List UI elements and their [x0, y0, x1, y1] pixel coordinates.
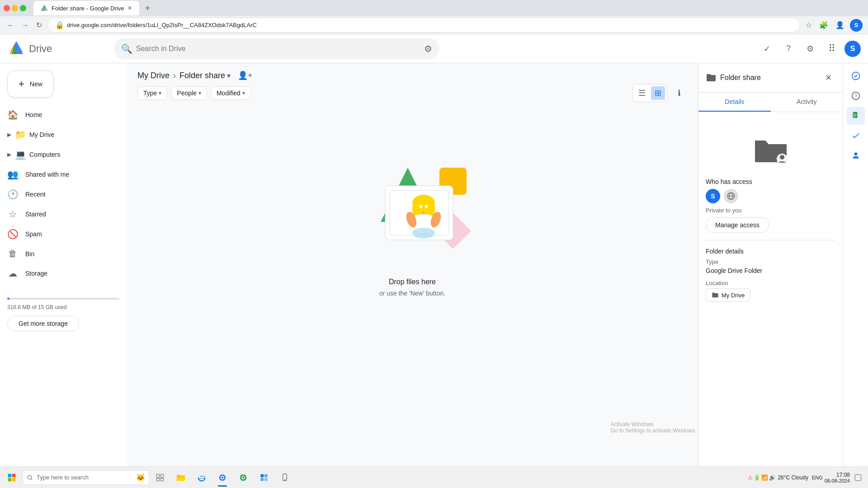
- share-folder-btn[interactable]: 👤+: [238, 70, 253, 80]
- storage-section: 318.6 MB of 15 GB used Get more storage: [0, 287, 127, 338]
- svg-point-34: [852, 72, 859, 80]
- sidebar-item-home[interactable]: 🏠 Home: [0, 105, 123, 125]
- notification-btn[interactable]: [852, 471, 864, 484]
- svg-point-24: [425, 205, 428, 208]
- task-view-btn[interactable]: [150, 468, 170, 488]
- sidebar: + New 🏠 Home ▶ 📁 My Drive ▶ 💻 Computers …: [0, 63, 127, 488]
- taskbar-files[interactable]: [254, 468, 274, 488]
- drop-svg: [344, 141, 480, 253]
- sidebar-item-storage[interactable]: ☁ Storage: [0, 263, 123, 283]
- tab-activity[interactable]: Activity: [771, 93, 843, 112]
- profile-icon[interactable]: 👤: [834, 19, 846, 31]
- user-access-avatar: S: [706, 189, 720, 203]
- sidebar-item-shared[interactable]: 👥 Shared with me: [0, 164, 123, 184]
- type-filter[interactable]: Type ▾: [137, 86, 167, 100]
- help-btn[interactable]: ?: [779, 40, 797, 58]
- url-bar[interactable]: 🔒 drive.google.com/drive/folders/1uLI_Qp…: [47, 18, 800, 33]
- sidebar-item-my-drive[interactable]: ▶ 📁 My Drive: [0, 125, 123, 145]
- start-btn[interactable]: [2, 468, 22, 488]
- view-toggle: ☰ ⊞: [632, 84, 667, 102]
- right-icon-sheets[interactable]: [847, 107, 865, 125]
- apps-btn[interactable]: ⠿: [823, 40, 841, 58]
- list-view-btn[interactable]: ☰: [635, 86, 649, 100]
- right-icon-help[interactable]: ?: [847, 87, 865, 105]
- taskbar-file-explorer[interactable]: [171, 468, 191, 488]
- tab-close-btn[interactable]: ✕: [127, 5, 132, 11]
- get-storage-btn[interactable]: Get more storage: [7, 316, 79, 331]
- svg-rect-45: [8, 478, 12, 481]
- sidebar-item-recent[interactable]: 🕐 Recent: [0, 184, 123, 204]
- activate-sub: Go to Settings to activate Windows.: [611, 427, 696, 434]
- save-icon[interactable]: ☆: [804, 19, 814, 31]
- main-panel: My Drive › Folder share ▾ 👤+ Type ▾: [127, 63, 698, 488]
- controls-row: Type ▾ People ▾ Modified ▾: [127, 84, 698, 106]
- taskbar-chrome[interactable]: [212, 468, 232, 488]
- sidebar-item-bin[interactable]: 🗑 Bin: [0, 244, 123, 263]
- taskbar-edge[interactable]: [192, 468, 212, 488]
- grid-view-btn[interactable]: ⊞: [651, 86, 665, 100]
- storage-bar: [7, 298, 119, 300]
- taskbar-phone[interactable]: [275, 468, 295, 488]
- search-bar[interactable]: 🔍 ⚙: [114, 38, 439, 59]
- win-max-btn[interactable]: [20, 5, 26, 11]
- right-icon-contacts[interactable]: [847, 146, 865, 164]
- panel-title-area: Folder share: [706, 72, 761, 83]
- sidebar-item-computers[interactable]: ▶ 💻 Computers: [0, 145, 123, 164]
- svg-point-56: [222, 476, 224, 479]
- extension-icon[interactable]: 🧩: [817, 19, 830, 31]
- right-icon-tasks[interactable]: [847, 127, 865, 145]
- browser-chrome: Folder share - Google Drive ✕ +: [0, 0, 868, 16]
- svg-point-47: [28, 475, 31, 479]
- svg-rect-43: [8, 474, 12, 477]
- people-filter[interactable]: People ▾: [171, 86, 207, 100]
- battery-icon: 🔋: [754, 474, 760, 481]
- info-btn[interactable]: ℹ: [671, 85, 687, 101]
- check-icon-btn[interactable]: ✓: [758, 40, 776, 58]
- svg-point-23: [420, 205, 422, 208]
- tray-icons: ⚠ 🔋 📶 🔊: [748, 474, 776, 481]
- location-detail-label: Location: [706, 280, 835, 286]
- browser-profile[interactable]: S: [850, 19, 863, 32]
- breadcrumb-parent[interactable]: My Drive: [137, 71, 170, 80]
- forward-btn[interactable]: →: [20, 19, 31, 31]
- user-avatar[interactable]: S: [844, 41, 861, 57]
- recent-icon: 🕐: [7, 189, 18, 200]
- new-button[interactable]: + New: [7, 70, 54, 98]
- win-min-btn[interactable]: [12, 5, 18, 11]
- modified-filter[interactable]: Modified ▾: [211, 86, 251, 100]
- browser-tab[interactable]: Folder share - Google Drive ✕: [33, 1, 139, 15]
- sidebar-label-my-drive: My Drive: [29, 131, 54, 138]
- new-tab-btn[interactable]: +: [145, 3, 150, 14]
- folder-icon-small: [706, 72, 717, 83]
- tab-details[interactable]: Details: [698, 93, 771, 112]
- win-close-btn[interactable]: [4, 5, 10, 11]
- search-input[interactable]: [136, 45, 420, 53]
- sidebar-item-starred[interactable]: ☆ Starred: [0, 204, 123, 224]
- activate-title: Activate Windows: [611, 421, 696, 427]
- right-icon-check[interactable]: [847, 67, 865, 85]
- svg-rect-61: [264, 474, 268, 477]
- panel-header: Folder share ✕: [698, 63, 843, 93]
- spam-icon: 🚫: [7, 229, 18, 239]
- panel-close-btn[interactable]: ✕: [821, 70, 835, 85]
- search-filter-icon[interactable]: ⚙: [424, 43, 432, 54]
- shared-icon: 👥: [7, 169, 18, 180]
- settings-btn[interactable]: ⚙: [801, 40, 819, 58]
- sidebar-label-home: Home: [25, 111, 42, 118]
- sidebar-item-spam[interactable]: 🚫 Spam: [0, 224, 123, 244]
- manage-access-btn[interactable]: Manage access: [706, 217, 769, 233]
- expand-icon-my-drive: ▶: [7, 131, 11, 138]
- volume-icon: 🔊: [769, 474, 776, 481]
- expand-icon-computers: ▶: [7, 151, 11, 158]
- folder-dropdown-arrow[interactable]: ▾: [227, 71, 231, 80]
- url-text: drive.google.com/drive/folders/1uLI_Qp2I…: [67, 22, 257, 28]
- modified-arrow: ▾: [242, 90, 245, 96]
- refresh-btn[interactable]: ↻: [34, 19, 44, 31]
- taskbar-files-icon: [259, 473, 269, 482]
- back-btn[interactable]: ←: [5, 19, 16, 31]
- people-label: People: [177, 89, 197, 97]
- clock-display[interactable]: 17:08 08-08-2024: [825, 472, 850, 483]
- taskbar-chrome-alt[interactable]: [233, 468, 253, 488]
- taskbar-search[interactable]: Type here to search 🐱: [23, 470, 149, 485]
- location-chip[interactable]: My Drive: [706, 288, 750, 302]
